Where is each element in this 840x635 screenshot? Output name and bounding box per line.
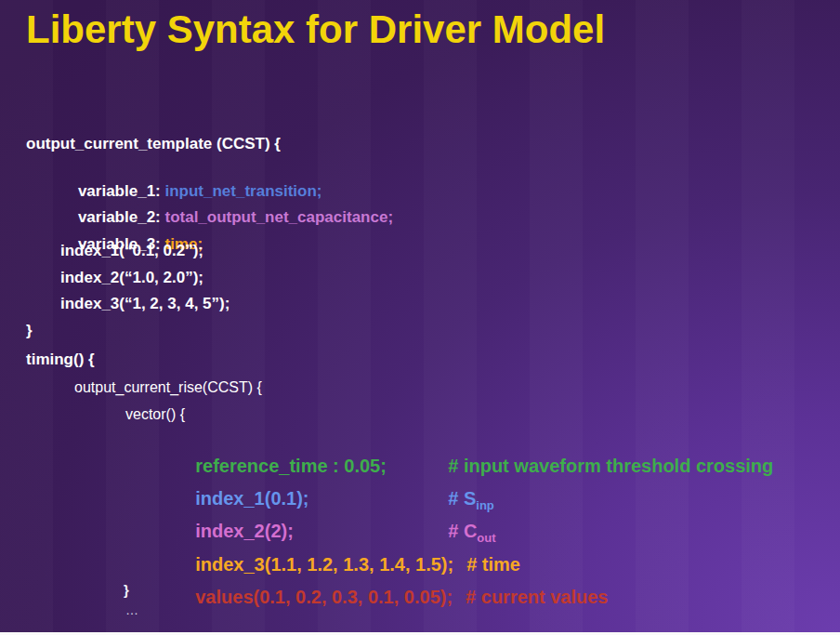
code-line-template-close: }: [26, 321, 33, 340]
code-line-timing-open: timing() {: [26, 350, 95, 369]
code-line-index-3: index_3(“1, 2, 3, 4, 5”);: [60, 294, 230, 313]
values-code: values(0.1, 0.2, 0.3, 0.1, 0.05);: [195, 587, 453, 607]
code-line-vector-close: }: [124, 582, 129, 600]
code-line-ellipsis: …: [125, 602, 139, 619]
code-line-vector-open: vector() {: [125, 405, 185, 424]
code-line-index-2: index_2(“1.0, 2.0”);: [60, 268, 203, 287]
slide-title: Liberty Syntax for Driver Model: [26, 7, 605, 52]
code-line-template-open: output_current_template (CCST) {: [26, 134, 281, 153]
code-line-index-1: index_1(“0.1, 0.2”);: [60, 241, 203, 260]
code-line-rise-open: output_current_rise(CCST) {: [74, 378, 262, 397]
code-line-values: values(0.1, 0.2, 0.3, 0.1, 0.05);# curre…: [175, 562, 609, 632]
values-comment: # current values: [466, 587, 608, 607]
reference-time-comment: # input waveform threshold crossing: [448, 456, 773, 476]
